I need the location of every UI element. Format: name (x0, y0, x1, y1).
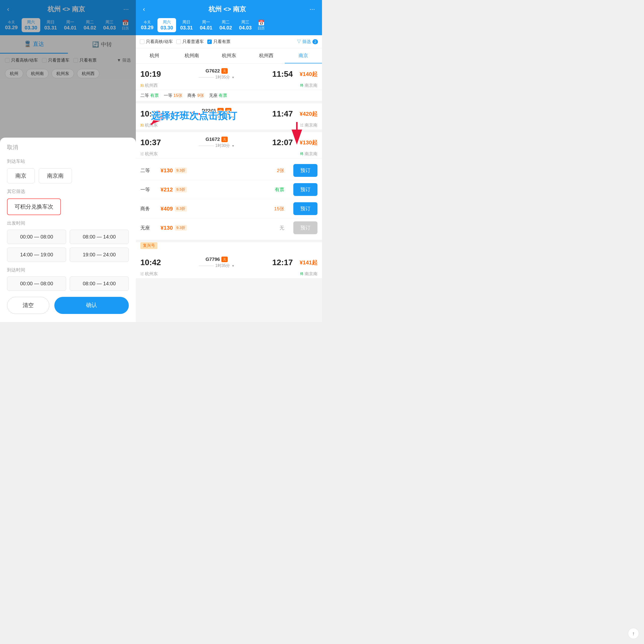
g7622-seats: 二等 有票 一等 15张 商务 9张 无座 有票 (136, 90, 322, 101)
g1672-noseat-avail: 无 (279, 225, 284, 231)
right-more-button[interactable]: ··· (309, 5, 315, 13)
right-header-title: 杭州 <> 南京 (145, 5, 310, 14)
g1672-second-avail: 2张 (277, 167, 284, 174)
depart-time-1[interactable]: 08:00 — 14:00 (70, 230, 129, 244)
other-filters-section: 其它筛选 可积分兑换车次 (7, 188, 129, 215)
right-date-tab-sat[interactable]: 周六 03.30 (157, 18, 176, 32)
d2246-arr-time: 11:47 (272, 109, 293, 118)
g1672-arr-time: 12:07 (272, 138, 293, 147)
sheet-header: 取消 (7, 144, 129, 151)
g7622-arr-time: 11:54 (272, 69, 293, 79)
right-date-tab-today[interactable]: 今天 03.29 (138, 19, 156, 32)
destination-options: 南京 南京南 (7, 168, 129, 183)
right-available-checkbox[interactable]: ✓ (207, 39, 212, 44)
g7796-arr-time: 12:17 (272, 258, 293, 267)
dest-nanjingnan-btn[interactable]: 南京南 (39, 168, 72, 183)
right-back-button[interactable]: ‹ (143, 5, 145, 13)
d2246-duration: 1时27分 (215, 114, 230, 120)
depart-time-3[interactable]: 19:00 — 24:00 (70, 248, 129, 262)
right-filter-button[interactable]: ▽ 筛选 2 (297, 39, 318, 45)
g7622-dep-time: 10:19 (140, 69, 161, 79)
mileage-filter-btn[interactable]: 可积分兑换车次 (7, 198, 61, 215)
right-header: ‹ 杭州 <> 南京 ··· (136, 0, 322, 18)
depart-time-title: 出发时间 (7, 220, 129, 226)
train-card-g1672: 选择好班次点击预订 10:37 G1672 兑 (136, 132, 322, 240)
left-panel: ‹ 杭州 <> 南京 ··· 今天 03.29 周六 03.30 周日 03.3… (0, 0, 136, 322)
g7622-dep-station: 始 杭州西 (140, 83, 158, 88)
confirm-button[interactable]: 确认 (54, 297, 129, 314)
right-panel: ‹ 杭州 <> 南京 ··· 今天 03.29 周六 03.30 周日 03.3… (136, 0, 322, 322)
g1672-duration: 1时30分 (215, 143, 230, 148)
g7622-num: G7622 (206, 68, 220, 74)
train-card-g7796: 复兴号 10:42 G7796 兑 1时35分 ▼ (136, 242, 322, 278)
train-card-d2246: 10:20 D2246 兑 铺 1时27分 ▼ 11:47 (136, 103, 322, 130)
g1672-dep-time: 10:37 (140, 138, 161, 147)
g1672-second-book-btn[interactable]: 预订 (293, 164, 317, 177)
depart-time-0[interactable]: 00:00 — 08:00 (7, 230, 66, 244)
filter-badge: 2 (312, 39, 318, 44)
g7622-price: ¥140起 (295, 70, 317, 78)
sheet-cancel-button[interactable]: 取消 (7, 144, 18, 151)
g1672-seat-second: 二等 ¥130 9.3折 2张 预订 (140, 161, 317, 180)
depart-time-2[interactable]: 14:00 — 19:00 (7, 248, 66, 262)
arrive-time-0[interactable]: 00:00 — 08:00 (7, 276, 66, 291)
d2246-dep-station: 始 杭州东 (140, 122, 158, 128)
train-list: 10:19 G7622 兑 1时35分 ▼ 11:54 ¥140起 (136, 64, 322, 322)
g7796-arr-station: 终 南京南 (300, 271, 317, 277)
destination-section-title: 到达车站 (7, 158, 129, 164)
g1672-noseat-book-btn[interactable]: 预订 (293, 221, 317, 234)
right-date-tab-wed[interactable]: 周三 04.03 (236, 18, 255, 32)
d2246-dep-time: 10:20 (140, 109, 161, 118)
right-calendar-button[interactable]: 📅 日历 (256, 19, 267, 32)
g1672-seat-noseat: 无座 ¥130 9.3折 无 预订 (140, 218, 317, 237)
right-highspeed-checkbox[interactable] (140, 39, 144, 44)
g1672-arr-station: 终 南京南 (300, 151, 317, 157)
g1672-first-avail: 有票 (275, 186, 284, 193)
arrow-down-icon: ▼ (231, 76, 234, 79)
right-filter-normal[interactable]: 只看普通车 (176, 39, 204, 45)
dest-nanjing-btn[interactable]: 南京 (7, 168, 35, 183)
g7796-price: ¥141起 (295, 259, 317, 266)
g7796-dep-time: 10:42 (140, 258, 161, 267)
g1672-dep-station: 过 杭州东 (140, 151, 158, 157)
g7796-mileage-tag: 兑 (221, 257, 228, 262)
right-station-hangzhoudong[interactable]: 杭州东 (210, 48, 248, 63)
arrive-time-title: 到达时间 (7, 267, 129, 273)
g1672-business-book-btn[interactable]: 预订 (293, 202, 317, 215)
d2246-sleeper-tag: 铺 (225, 108, 231, 113)
d2246-price: ¥420起 (295, 110, 317, 118)
arrive-time-1[interactable]: 08:00 — 14:00 (70, 276, 129, 291)
right-normal-checkbox[interactable] (176, 39, 181, 44)
clear-button[interactable]: 清空 (7, 297, 49, 314)
g1672-business-avail: 15张 (274, 206, 284, 212)
right-date-tabs: 今天 03.29 周六 03.30 周日 03.31 周一 04.01 周二 0… (136, 18, 322, 35)
arrive-time-options: 00:00 — 08:00 08:00 — 14:00 (7, 276, 129, 291)
right-filter-bar: 只看高铁/动车 只看普通车 ✓ 只看有票 ▽ 筛选 2 (136, 35, 322, 48)
g1672-seat-rows: 二等 ¥130 9.3折 2张 预订 一等 ¥212 9.5折 (136, 158, 322, 240)
g1672-first-book-btn[interactable]: 预订 (293, 183, 317, 196)
g1672-seat-business: 商务 ¥409 8.3折 15张 预订 (140, 199, 317, 218)
d2246-mileage-tag: 兑 (217, 108, 224, 113)
right-station-hangzhouxi[interactable]: 杭州西 (248, 48, 285, 63)
g1672-price: ¥130起 (295, 139, 317, 146)
right-date-tab-sun[interactable]: 周日 03.31 (177, 18, 196, 32)
g7622-arr-station: 终 南京南 (300, 83, 317, 88)
right-station-tabs: 杭州 杭州南 杭州东 杭州西 南京 (136, 48, 322, 64)
g1672-mileage-tag: 兑 (221, 137, 228, 142)
depart-time-options: 00:00 — 08:00 08:00 — 14:00 14:00 — 19:0… (7, 230, 129, 262)
right-date-tab-tue[interactable]: 周二 04.02 (216, 18, 235, 32)
train-card-g7622: 10:19 G7622 兑 1时35分 ▼ 11:54 ¥140起 (136, 64, 322, 101)
g1672-seat-first: 一等 ¥212 9.5折 有票 预订 (140, 180, 317, 199)
right-date-tab-mon[interactable]: 周一 04.01 (197, 18, 215, 32)
g7796-num: G7796 (206, 257, 220, 262)
right-station-nanjing[interactable]: 南京 (285, 48, 322, 63)
right-station-hangzhou[interactable]: 杭州 (136, 48, 173, 63)
right-station-hangzhounian[interactable]: 杭州南 (173, 48, 210, 63)
g7622-mileage-tag: 兑 (221, 68, 228, 74)
right-filter-available[interactable]: ✓ 只看有票 (207, 39, 230, 45)
right-filter-highspeed[interactable]: 只看高铁/动车 (140, 39, 173, 45)
other-filters-title: 其它筛选 (7, 188, 129, 194)
filter-sheet: 取消 到达车站 南京 南京南 其它筛选 可积分兑换车次 出发时间 00:00 —… (0, 138, 136, 322)
g7622-duration: 1时35分 (215, 75, 230, 80)
g7796-fuxing-tag: 复兴号 (140, 242, 157, 249)
